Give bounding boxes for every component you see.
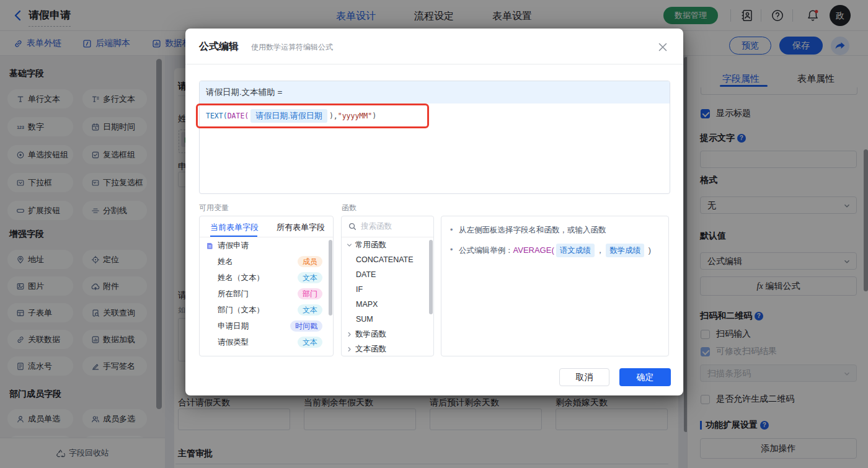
code-fn-text: TEXT( (206, 112, 228, 120)
code-field-chip: 请假日期.请假日期 (250, 109, 327, 123)
variable-name: 姓名 (218, 257, 233, 267)
help-line: •从左侧面板选择字段名和函数，或输入函数 (450, 224, 660, 236)
chevron-down-icon (346, 242, 353, 249)
tree-root-row[interactable]: 请假申请 (200, 237, 333, 254)
function-name: DATE (356, 270, 376, 279)
formula-editor-modal: 公式编辑 使用数学运算符编辑公式 请假日期.文本辅助 = TEXT(DATE(请… (185, 29, 683, 395)
function-name: SUM (356, 315, 373, 324)
variables-panel: 当前表单字段 所有表单字段 请假申请姓名成员姓名（文本）文本所在部门部门部门（文… (199, 216, 334, 356)
variable-type-badge: 部门 (298, 288, 322, 299)
formula-target: 请假日期.文本辅助 = (200, 81, 670, 104)
variables-scrollbar[interactable] (329, 240, 332, 316)
code-fn-date: DATE( (228, 112, 249, 120)
variable-type-badge: 文本 (298, 272, 322, 283)
function-row[interactable]: SUM (342, 312, 433, 327)
variable-row[interactable]: 申请日期时间戳 (200, 318, 333, 334)
variable-type-badge: 成员 (298, 256, 322, 267)
function-group-label: 数学函数 (355, 329, 386, 340)
cancel-button[interactable]: 取消 (559, 368, 609, 386)
function-group-row[interactable]: 数学函数 (342, 327, 433, 342)
search-placeholder: 搜索函数 (361, 221, 392, 232)
variable-name: 部门（文本） (218, 305, 264, 316)
function-name: CONCATENATE (356, 255, 414, 264)
variable-name: 所在部门 (218, 289, 249, 299)
chevron-right-icon (346, 346, 353, 353)
variables-tree: 请假申请姓名成员姓名（文本）文本所在部门部门部门（文本）文本申请日期时间戳请假类… (200, 237, 333, 350)
modal-header: 公式编辑 使用数学运算符编辑公式 (185, 29, 683, 64)
variable-row[interactable]: 所在部门部门 (200, 286, 333, 302)
help-fn-name: AVERAGE( (513, 245, 554, 255)
chevron-right-icon (346, 331, 353, 338)
function-search[interactable]: 搜索函数 (342, 216, 433, 237)
function-row[interactable]: IF (342, 282, 433, 297)
vars-section-label: 可用变量 (199, 203, 229, 213)
function-row[interactable]: MAPX (342, 297, 433, 312)
modal-title: 公式编辑 (199, 40, 239, 53)
formula-help-panel: •从左侧面板选择字段名和函数，或输入函数 •公式编辑举例：AVERAGE(语文成… (441, 216, 669, 356)
variable-row[interactable]: 姓名（文本）文本 (200, 270, 333, 286)
code-paren: ), (329, 112, 338, 120)
close-icon[interactable] (657, 41, 669, 53)
function-group-label: 常用函数 (355, 240, 386, 250)
help-field-chip: 数学成绩 (606, 244, 644, 257)
formula-editor[interactable]: 请假日期.文本辅助 = TEXT(DATE(请假日期.请假日期),"yyyyMM… (199, 81, 670, 194)
confirm-button[interactable]: 确定 (619, 368, 671, 386)
variables-tabs: 当前表单字段 所有表单字段 (200, 216, 333, 237)
help-example-line: •公式编辑举例：AVERAGE(语文成绩，数学成绩 ) (450, 244, 660, 257)
code-string: "yyyyMM" (338, 112, 372, 120)
function-name: IF (356, 285, 363, 294)
variable-name: 请假类型 (218, 337, 249, 348)
function-group-row[interactable]: 常用函数 (342, 237, 433, 252)
functions-scrollbar[interactable] (429, 240, 433, 314)
function-row[interactable]: DATE (342, 267, 433, 282)
functions-panel: 搜索函数 常用函数CONCATENATEDATEIFMAPXSUM数学函数文本函… (341, 216, 434, 356)
tab-current-form-fields[interactable]: 当前表单字段 (210, 222, 259, 233)
variable-type-badge: 文本 (298, 337, 322, 348)
function-name: MAPX (356, 300, 378, 309)
variable-row[interactable]: 请假类型文本 (200, 334, 333, 350)
search-icon (348, 223, 356, 231)
tab-all-form-fields[interactable]: 所有表单字段 (277, 222, 325, 233)
modal-subtitle: 使用数学运算符编辑公式 (251, 42, 333, 53)
function-tree: 常用函数CONCATENATEDATEIFMAPXSUM数学函数文本函数 (342, 237, 433, 356)
function-row[interactable]: CONCATENATE (342, 252, 433, 267)
variable-name: 姓名（文本） (218, 273, 264, 283)
app-root: 请假申请 表单设计 流程设定 表单设置 数据管理 政 表单外链 后端脚本 数据权… (0, 0, 868, 468)
variable-row[interactable]: 姓名成员 (200, 254, 333, 270)
variable-name: 申请日期 (218, 321, 249, 332)
active-tab-underline (210, 236, 257, 237)
variable-type-badge: 时间戳 (290, 320, 322, 332)
help-field-chip: 语文成绩 (556, 244, 595, 257)
variable-row[interactable]: 部门（文本）文本 (200, 302, 333, 318)
function-group-row[interactable]: 文本函数 (342, 342, 433, 356)
variable-type-badge: 文本 (298, 304, 322, 316)
funcs-section-label: 函数 (342, 203, 356, 213)
tree-root-label: 请假申请 (218, 241, 249, 251)
function-group-label: 文本函数 (355, 344, 386, 355)
code-paren: ) (372, 112, 376, 120)
form-doc-icon (206, 242, 214, 250)
formula-code: TEXT(DATE(请假日期.请假日期),"yyyyMM") (206, 109, 376, 123)
